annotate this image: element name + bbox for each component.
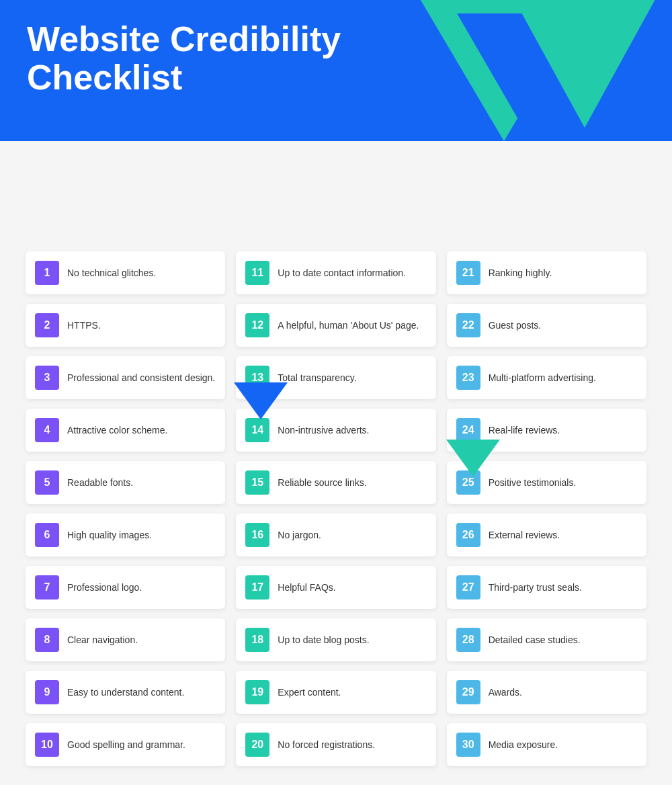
item-text: High quality images. bbox=[67, 530, 152, 540]
list-item: 22Guest posts. bbox=[447, 304, 646, 347]
item-number: 2 bbox=[35, 313, 59, 337]
main-content: 1No technical glitches.2HTTPS.3Professio… bbox=[0, 97, 672, 785]
list-item: 3Professional and consistent design. bbox=[26, 356, 225, 399]
header-title-block: Website Credibility Checklist bbox=[0, 0, 672, 97]
item-number: 26 bbox=[456, 523, 480, 547]
list-item: 1No technical glitches. bbox=[26, 251, 225, 294]
item-text: Good spelling and grammar. bbox=[67, 739, 185, 750]
list-item: 9Easy to understand content. bbox=[26, 671, 225, 714]
item-number: 19 bbox=[245, 680, 269, 704]
item-number: 28 bbox=[456, 628, 480, 652]
title-line2: Checklist bbox=[27, 58, 182, 97]
list-item: 15Reliable source links. bbox=[236, 461, 435, 504]
item-number: 18 bbox=[245, 628, 269, 652]
footer-labels: SURFACE CREDIBILITYEARNED CREDIBILITYPRE… bbox=[20, 776, 652, 785]
item-text: External reviews. bbox=[489, 530, 560, 540]
item-text: No forced registrations. bbox=[278, 739, 375, 750]
item-text: Non-intrusive adverts. bbox=[278, 425, 369, 436]
column-2: 11Up to date contact information.12A hel… bbox=[230, 251, 441, 776]
item-number: 17 bbox=[245, 575, 269, 600]
item-text: Positive testimonials. bbox=[489, 477, 577, 488]
item-number: 24 bbox=[456, 418, 480, 442]
item-text: Readable fonts. bbox=[67, 477, 133, 488]
item-text: Clear navigation. bbox=[67, 634, 138, 645]
item-text: Guest posts. bbox=[489, 320, 542, 331]
item-text: Attractive color scheme. bbox=[67, 425, 167, 436]
list-item: 28Detailed case studies. bbox=[447, 618, 646, 661]
item-text: Detailed case studies. bbox=[489, 634, 581, 645]
list-item: 12A helpful, human 'About Us' page. bbox=[236, 304, 435, 347]
item-text: Real-life reviews. bbox=[489, 425, 560, 436]
item-number: 22 bbox=[456, 313, 480, 337]
list-item: 29Awards. bbox=[447, 671, 646, 714]
arrow-col2-col3 bbox=[446, 440, 500, 477]
item-number: 3 bbox=[35, 366, 59, 390]
item-text: Total transparency. bbox=[278, 372, 356, 383]
item-text: No jargon. bbox=[278, 530, 321, 540]
list-item: 26External reviews. bbox=[447, 513, 646, 556]
item-number: 11 bbox=[245, 261, 269, 285]
item-number: 23 bbox=[456, 366, 480, 390]
title-line1: Website Credibility bbox=[27, 19, 341, 58]
list-item: 7Professional logo. bbox=[26, 566, 225, 609]
list-item: 20No forced registrations. bbox=[236, 723, 435, 766]
item-text: Up to date contact information. bbox=[278, 267, 406, 278]
item-number: 6 bbox=[35, 523, 59, 547]
list-item: 8Clear navigation. bbox=[26, 618, 225, 661]
item-number: 15 bbox=[245, 470, 269, 495]
item-number: 30 bbox=[456, 733, 480, 757]
item-text: Up to date blog posts. bbox=[278, 634, 369, 645]
item-text: Professional and consistent design. bbox=[67, 372, 215, 383]
item-number: 10 bbox=[35, 733, 59, 757]
column-3: 21Ranking highly.22Guest posts.23Multi-p… bbox=[442, 251, 652, 776]
list-item: 16No jargon. bbox=[236, 513, 435, 556]
list-item: 19Expert content. bbox=[236, 671, 435, 714]
list-item: 10Good spelling and grammar. bbox=[26, 723, 225, 766]
list-item: 30Media exposure. bbox=[447, 723, 646, 766]
checklist-grid: 1No technical glitches.2HTTPS.3Professio… bbox=[20, 251, 652, 776]
item-text: Multi-platform advertising. bbox=[489, 372, 596, 383]
list-item: 6High quality images. bbox=[26, 513, 225, 556]
item-text: Ranking highly. bbox=[489, 267, 552, 278]
list-item: 2HTTPS. bbox=[26, 304, 225, 347]
list-item: 5Readable fonts. bbox=[26, 461, 225, 504]
item-number: 20 bbox=[245, 733, 269, 757]
list-item: 18Up to date blog posts. bbox=[236, 618, 435, 661]
item-text: Easy to understand content. bbox=[67, 687, 184, 698]
list-item: 21Ranking highly. bbox=[447, 251, 646, 294]
item-text: No technical glitches. bbox=[67, 267, 156, 278]
arrow-col1-col2 bbox=[234, 382, 288, 419]
item-number: 9 bbox=[35, 680, 59, 704]
column-1: 1No technical glitches.2HTTPS.3Professio… bbox=[20, 251, 230, 776]
item-number: 7 bbox=[35, 575, 59, 600]
item-text: Expert content. bbox=[278, 687, 341, 698]
page-title: Website Credibility Checklist bbox=[27, 20, 672, 97]
list-item: 4Attractive color scheme. bbox=[26, 409, 225, 452]
item-text: Third-party trust seals. bbox=[489, 582, 582, 593]
item-number: 29 bbox=[456, 680, 480, 704]
list-item: 17Helpful FAQs. bbox=[236, 566, 435, 609]
item-number: 1 bbox=[35, 261, 59, 285]
list-item: 11Up to date contact information. bbox=[236, 251, 435, 294]
item-number: 4 bbox=[35, 418, 59, 442]
item-text: Professional logo. bbox=[67, 582, 142, 593]
item-number: 5 bbox=[35, 470, 59, 495]
item-number: 14 bbox=[245, 418, 269, 442]
item-number: 16 bbox=[245, 523, 269, 547]
item-text: HTTPS. bbox=[67, 320, 101, 331]
item-text: Awards. bbox=[489, 687, 522, 698]
item-text: Reliable source links. bbox=[278, 477, 366, 488]
item-text: Helpful FAQs. bbox=[278, 582, 335, 593]
item-number: 8 bbox=[35, 628, 59, 652]
item-number: 12 bbox=[245, 313, 269, 337]
item-number: 21 bbox=[456, 261, 480, 285]
item-text: A helpful, human 'About Us' page. bbox=[278, 320, 419, 331]
list-item: 23Multi-platform advertising. bbox=[447, 356, 646, 399]
list-item: 27Third-party trust seals. bbox=[447, 566, 646, 609]
item-text: Media exposure. bbox=[489, 739, 558, 750]
item-number: 27 bbox=[456, 575, 480, 600]
